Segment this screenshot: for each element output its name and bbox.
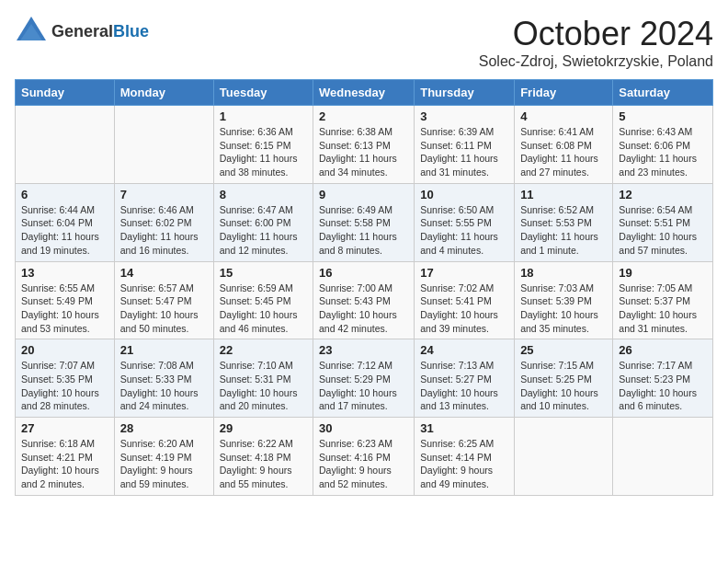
- day-info: Sunrise: 6:44 AM Sunset: 6:04 PM Dayligh…: [21, 203, 108, 258]
- day-cell: 4Sunrise: 6:41 AM Sunset: 6:08 PM Daylig…: [515, 106, 613, 184]
- day-cell: 25Sunrise: 7:15 AM Sunset: 5:25 PM Dayli…: [515, 339, 613, 418]
- day-number: 29: [220, 421, 307, 435]
- day-number: 10: [420, 188, 508, 201]
- day-info: Sunrise: 6:52 AM Sunset: 5:53 PM Dayligh…: [520, 203, 607, 258]
- week-row-3: 13Sunrise: 6:55 AM Sunset: 5:49 PM Dayli…: [16, 261, 713, 339]
- day-cell: [515, 418, 613, 496]
- day-number: 26: [619, 343, 707, 357]
- day-cell: 16Sunrise: 7:00 AM Sunset: 5:43 PM Dayli…: [313, 261, 415, 339]
- page-header: GeneralBlue October 2024 Solec-Zdroj, Sw…: [15, 15, 713, 70]
- day-info: Sunrise: 7:12 AM Sunset: 5:29 PM Dayligh…: [319, 359, 408, 413]
- day-number: 6: [21, 188, 108, 201]
- day-info: Sunrise: 7:13 AM Sunset: 5:27 PM Dayligh…: [420, 359, 508, 413]
- day-cell: 6Sunrise: 6:44 AM Sunset: 6:04 PM Daylig…: [16, 183, 115, 261]
- day-info: Sunrise: 6:59 AM Sunset: 5:45 PM Dayligh…: [220, 282, 307, 336]
- day-number: 5: [619, 109, 707, 123]
- day-number: 17: [420, 266, 508, 280]
- location-title: Solec-Zdroj, Swietokrzyskie, Poland: [479, 53, 713, 70]
- day-cell: 24Sunrise: 7:13 AM Sunset: 5:27 PM Dayli…: [415, 339, 515, 418]
- week-row-1: 1Sunrise: 6:36 AM Sunset: 6:15 PM Daylig…: [16, 106, 713, 184]
- weekday-header-tuesday: Tuesday: [213, 80, 313, 106]
- day-number: 20: [21, 343, 108, 357]
- day-info: Sunrise: 6:43 AM Sunset: 6:06 PM Dayligh…: [619, 125, 707, 179]
- week-row-5: 27Sunrise: 6:18 AM Sunset: 4:21 PM Dayli…: [16, 418, 713, 496]
- day-number: 31: [420, 421, 508, 435]
- day-info: Sunrise: 7:05 AM Sunset: 5:37 PM Dayligh…: [619, 282, 707, 336]
- day-cell: 30Sunrise: 6:23 AM Sunset: 4:16 PM Dayli…: [313, 418, 415, 496]
- weekday-header-thursday: Thursday: [415, 80, 515, 106]
- day-number: 4: [520, 109, 607, 123]
- day-cell: 15Sunrise: 6:59 AM Sunset: 5:45 PM Dayli…: [213, 261, 313, 339]
- weekday-header-wednesday: Wednesday: [313, 80, 415, 106]
- day-number: 7: [120, 188, 208, 201]
- logo: GeneralBlue: [15, 15, 149, 50]
- week-row-2: 6Sunrise: 6:44 AM Sunset: 6:04 PM Daylig…: [16, 183, 713, 261]
- day-number: 15: [220, 266, 307, 280]
- day-cell: 23Sunrise: 7:12 AM Sunset: 5:29 PM Dayli…: [313, 339, 415, 418]
- day-number: 30: [319, 421, 408, 435]
- day-number: 14: [120, 266, 208, 280]
- day-number: 18: [520, 266, 607, 280]
- weekday-header-saturday: Saturday: [613, 80, 713, 106]
- day-number: 1: [220, 109, 307, 123]
- day-info: Sunrise: 6:23 AM Sunset: 4:16 PM Dayligh…: [319, 437, 408, 491]
- week-row-4: 20Sunrise: 7:07 AM Sunset: 5:35 PM Dayli…: [16, 339, 713, 418]
- day-number: 21: [120, 343, 208, 357]
- day-number: 16: [319, 266, 408, 280]
- day-info: Sunrise: 6:57 AM Sunset: 5:47 PM Dayligh…: [120, 282, 208, 336]
- calendar-table: SundayMondayTuesdayWednesdayThursdayFrid…: [15, 79, 713, 496]
- day-number: 28: [120, 421, 208, 435]
- day-number: 24: [420, 343, 508, 357]
- day-info: Sunrise: 6:50 AM Sunset: 5:55 PM Dayligh…: [420, 203, 508, 258]
- day-info: Sunrise: 6:38 AM Sunset: 6:13 PM Dayligh…: [319, 125, 408, 179]
- logo-blue: Blue: [113, 22, 149, 40]
- day-cell: 21Sunrise: 7:08 AM Sunset: 5:33 PM Dayli…: [114, 339, 213, 418]
- day-number: 12: [619, 188, 707, 201]
- day-cell: 31Sunrise: 6:25 AM Sunset: 4:14 PM Dayli…: [415, 418, 515, 496]
- day-cell: 12Sunrise: 6:54 AM Sunset: 5:51 PM Dayli…: [613, 183, 713, 261]
- day-cell: 13Sunrise: 6:55 AM Sunset: 5:49 PM Dayli…: [16, 261, 115, 339]
- day-cell: 14Sunrise: 6:57 AM Sunset: 5:47 PM Dayli…: [114, 261, 213, 339]
- day-cell: 27Sunrise: 6:18 AM Sunset: 4:21 PM Dayli…: [16, 418, 115, 496]
- day-number: 8: [220, 188, 307, 201]
- day-info: Sunrise: 6:25 AM Sunset: 4:14 PM Dayligh…: [420, 437, 508, 491]
- day-cell: 28Sunrise: 6:20 AM Sunset: 4:19 PM Dayli…: [114, 418, 213, 496]
- day-info: Sunrise: 6:20 AM Sunset: 4:19 PM Dayligh…: [120, 437, 208, 491]
- day-cell: [114, 106, 213, 184]
- day-number: 25: [520, 343, 607, 357]
- day-info: Sunrise: 6:49 AM Sunset: 5:58 PM Dayligh…: [319, 203, 408, 258]
- day-cell: 3Sunrise: 6:39 AM Sunset: 6:11 PM Daylig…: [415, 106, 515, 184]
- day-info: Sunrise: 7:02 AM Sunset: 5:41 PM Dayligh…: [420, 282, 508, 336]
- day-info: Sunrise: 6:39 AM Sunset: 6:11 PM Dayligh…: [420, 125, 508, 179]
- weekday-header-friday: Friday: [515, 80, 613, 106]
- day-cell: 2Sunrise: 6:38 AM Sunset: 6:13 PM Daylig…: [313, 106, 415, 184]
- day-info: Sunrise: 6:41 AM Sunset: 6:08 PM Dayligh…: [520, 125, 607, 179]
- month-title: October 2024: [479, 15, 713, 53]
- day-number: 2: [319, 109, 408, 123]
- logo-general: General: [51, 22, 113, 40]
- day-number: 3: [420, 109, 508, 123]
- day-info: Sunrise: 6:54 AM Sunset: 5:51 PM Dayligh…: [619, 203, 707, 258]
- day-number: 27: [21, 421, 108, 435]
- day-info: Sunrise: 6:18 AM Sunset: 4:21 PM Dayligh…: [21, 437, 108, 491]
- day-info: Sunrise: 6:46 AM Sunset: 6:02 PM Dayligh…: [120, 203, 208, 258]
- day-info: Sunrise: 7:17 AM Sunset: 5:23 PM Dayligh…: [619, 359, 707, 413]
- day-cell: [16, 106, 115, 184]
- day-info: Sunrise: 7:07 AM Sunset: 5:35 PM Dayligh…: [21, 359, 108, 413]
- day-info: Sunrise: 7:08 AM Sunset: 5:33 PM Dayligh…: [120, 359, 208, 413]
- day-cell: 10Sunrise: 6:50 AM Sunset: 5:55 PM Dayli…: [415, 183, 515, 261]
- day-info: Sunrise: 6:55 AM Sunset: 5:49 PM Dayligh…: [21, 282, 108, 336]
- day-cell: 29Sunrise: 6:22 AM Sunset: 4:18 PM Dayli…: [213, 418, 313, 496]
- day-number: 22: [220, 343, 307, 357]
- day-cell: 20Sunrise: 7:07 AM Sunset: 5:35 PM Dayli…: [16, 339, 115, 418]
- day-cell: 17Sunrise: 7:02 AM Sunset: 5:41 PM Dayli…: [415, 261, 515, 339]
- day-cell: 19Sunrise: 7:05 AM Sunset: 5:37 PM Dayli…: [613, 261, 713, 339]
- day-cell: 18Sunrise: 7:03 AM Sunset: 5:39 PM Dayli…: [515, 261, 613, 339]
- weekday-header-sunday: Sunday: [16, 80, 115, 106]
- day-cell: 1Sunrise: 6:36 AM Sunset: 6:15 PM Daylig…: [213, 106, 313, 184]
- day-info: Sunrise: 6:47 AM Sunset: 6:00 PM Dayligh…: [220, 203, 307, 258]
- weekday-header-monday: Monday: [114, 80, 213, 106]
- day-cell: 22Sunrise: 7:10 AM Sunset: 5:31 PM Dayli…: [213, 339, 313, 418]
- day-number: 11: [520, 188, 607, 201]
- day-cell: 26Sunrise: 7:17 AM Sunset: 5:23 PM Dayli…: [613, 339, 713, 418]
